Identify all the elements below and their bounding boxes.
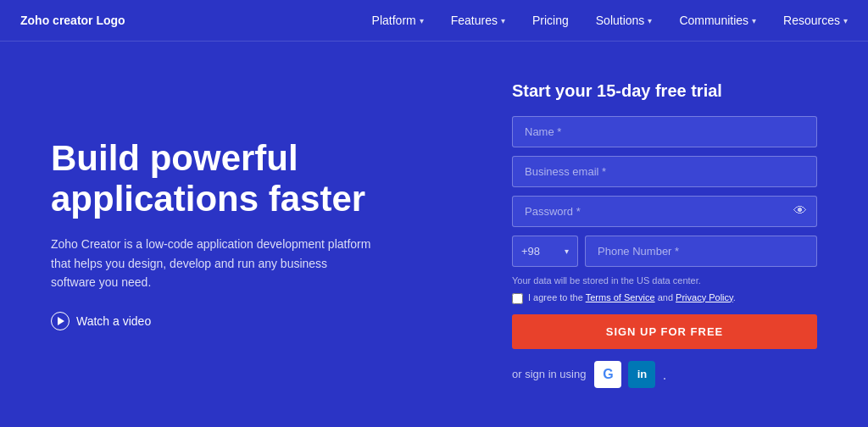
nav-item-platform[interactable]: Platform ▾ — [372, 14, 424, 27]
hero-description: Zoho Creator is a low-code application d… — [51, 235, 373, 291]
social-icons-group: G in . — [594, 361, 666, 388]
caret-icon: ▾ — [420, 16, 424, 25]
nav-item-resources[interactable]: Resources ▾ — [783, 14, 848, 27]
hero-headline: Build powerful applications faster — [51, 138, 478, 220]
nav-item-features[interactable]: Features ▾ — [451, 14, 505, 27]
nav-item-communities[interactable]: Communities ▾ — [679, 14, 756, 27]
play-triangle — [58, 317, 64, 325]
caret-icon: ▾ — [501, 16, 505, 25]
form-title: Start your 15-day free trial — [512, 81, 817, 101]
phone-country-select[interactable]: +98 ▾ — [512, 236, 578, 267]
phone-field-group: +98 ▾ — [512, 236, 817, 267]
caret-icon: ▾ — [843, 16, 848, 25]
toggle-password-icon[interactable]: 👁 — [793, 203, 807, 219]
linkedin-icon: in — [637, 369, 648, 380]
logo: Zoho creator Logo — [20, 14, 125, 27]
google-signin-button[interactable]: G — [594, 361, 621, 388]
google-icon: G — [603, 368, 613, 381]
password-input[interactable] — [512, 196, 817, 227]
signup-button[interactable]: SIGN UP FOR FREE — [512, 314, 817, 349]
terms-row: I agree to the Terms of Service and Priv… — [512, 292, 817, 304]
email-input[interactable] — [512, 156, 817, 187]
caret-icon: ▾ — [648, 16, 652, 25]
terms-checkbox[interactable] — [512, 293, 523, 304]
main-content: Build powerful applications faster Zoho … — [0, 42, 868, 427]
linkedin-signin-button[interactable]: in — [628, 361, 655, 388]
name-input[interactable] — [512, 116, 817, 147]
name-field-group — [512, 116, 817, 147]
signup-form-section: Start your 15-day free trial 👁 +98 ▾ You… — [512, 81, 817, 388]
trailing-dot: . — [662, 367, 666, 382]
play-icon — [51, 312, 70, 330]
hero-section: Build powerful applications faster Zoho … — [51, 138, 512, 331]
phone-input[interactable] — [585, 236, 817, 267]
nav-item-solutions[interactable]: Solutions ▾ — [596, 14, 653, 27]
nav-menu: Platform ▾ Features ▾ Pricing Solutions … — [372, 14, 848, 27]
data-storage-note: Your data will be stored in the US data … — [512, 275, 817, 286]
terms-of-service-link[interactable]: Terms of Service — [586, 292, 655, 302]
privacy-policy-link[interactable]: Privacy Policy — [676, 292, 733, 302]
password-field-group: 👁 — [512, 196, 817, 227]
nav-item-pricing[interactable]: Pricing — [532, 14, 569, 27]
or-signin-section: or sign in using G in . — [512, 361, 817, 388]
navbar: Zoho creator Logo Platform ▾ Features ▾ … — [0, 0, 868, 42]
phone-caret-icon: ▾ — [565, 247, 569, 256]
caret-icon: ▾ — [752, 16, 756, 25]
watch-video-link[interactable]: Watch a video — [51, 312, 478, 330]
email-field-group — [512, 156, 817, 187]
or-signin-label: or sign in using — [512, 368, 586, 380]
